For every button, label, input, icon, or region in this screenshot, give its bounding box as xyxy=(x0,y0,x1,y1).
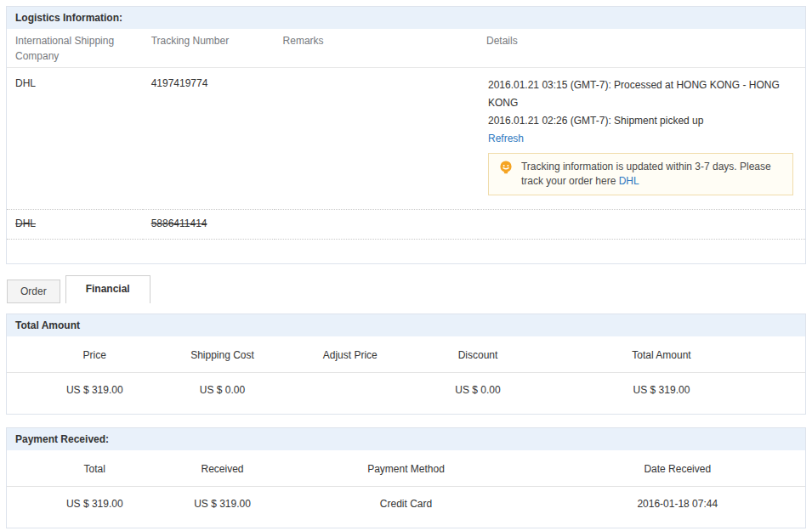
shipping-company-value-cancelled: DHL xyxy=(7,210,143,240)
total-amount-panel-title: Total Amount xyxy=(7,314,805,336)
payment-received-panel: Payment Received: Total Received Payment… xyxy=(6,427,806,528)
payment-received-table: Total Received Payment Method Date Recei… xyxy=(7,450,805,528)
refresh-link[interactable]: Refresh xyxy=(488,130,524,148)
col-header-shipping-company: International Shipping Company xyxy=(7,29,143,68)
notice-message: Tracking information is updated within 3… xyxy=(521,161,771,187)
tracking-notice-box: Tracking information is updated within 3… xyxy=(488,153,793,195)
total-amount-value-row: US $ 319.00 US $ 0.00 US $ 0.00 US $ 319… xyxy=(7,373,805,415)
col-header-total: Total xyxy=(7,450,183,487)
tracking-number-value: 4197419774 xyxy=(143,68,275,210)
logistics-panel-title: Logistics Information: xyxy=(7,7,805,29)
tracking-details-cell-empty xyxy=(478,210,805,240)
shipping-cost-value: US $ 0.00 xyxy=(183,373,263,415)
tracking-event: 2016.01.21 02:26 (GMT-7): Shipment picke… xyxy=(488,112,793,130)
logistics-panel: Logistics Information: International Shi… xyxy=(6,6,806,264)
discount-value: US $ 0.00 xyxy=(438,373,518,415)
col-header-total-amount: Total Amount xyxy=(518,336,805,373)
col-header-adjust-price: Adjust Price xyxy=(262,336,438,373)
col-header-received: Received xyxy=(183,450,263,487)
shipping-company-value: DHL xyxy=(7,68,143,210)
shipment-row-active: DHL 4197419774 2016.01.21 03:15 (GMT-7):… xyxy=(7,68,805,210)
order-detail-page: Logistics Information: International Shi… xyxy=(0,0,812,528)
notice-carrier-link[interactable]: DHL xyxy=(619,175,639,187)
price-value: US $ 319.00 xyxy=(7,373,183,415)
payment-total-value: US $ 319.00 xyxy=(7,487,183,528)
payment-method-value: Credit Card xyxy=(262,487,549,528)
tip-lightbulb-icon xyxy=(499,161,513,176)
total-amount-header-row: Price Shipping Cost Adjust Price Discoun… xyxy=(7,336,805,373)
col-header-date-received: Date Received xyxy=(550,450,806,487)
col-header-payment-method: Payment Method xyxy=(262,450,549,487)
shipment-row-cancelled: DHL 5886411414 xyxy=(7,210,805,240)
col-header-price: Price xyxy=(7,336,183,373)
remarks-value xyxy=(275,210,478,240)
tab-order[interactable]: Order xyxy=(7,280,60,303)
panel-bottom-spacer xyxy=(7,240,805,263)
col-header-remarks: Remarks xyxy=(275,29,478,68)
date-received-value: 2016-01-18 07:44 xyxy=(550,487,806,528)
logistics-header-row: International Shipping Company Tracking … xyxy=(7,29,805,68)
payment-received-panel-title: Payment Received: xyxy=(7,428,805,450)
tracking-number-value-cancelled: 5886411414 xyxy=(143,210,275,240)
col-header-shipping-cost: Shipping Cost xyxy=(183,336,263,373)
payment-received-value: US $ 319.00 xyxy=(183,487,263,528)
col-header-details: Details xyxy=(478,29,805,68)
order-tabs: Order Financial xyxy=(6,275,806,303)
total-amount-panel: Total Amount Price Shipping Cost Adjust … xyxy=(6,314,806,415)
logistics-table: International Shipping Company Tracking … xyxy=(7,29,805,240)
remarks-value xyxy=(275,68,478,210)
tracking-event: 2016.01.21 03:15 (GMT-7): Processed at H… xyxy=(488,76,793,112)
col-header-discount: Discount xyxy=(438,336,518,373)
tab-financial[interactable]: Financial xyxy=(65,275,150,303)
total-amount-table: Price Shipping Cost Adjust Price Discoun… xyxy=(7,336,805,414)
tracking-notice-text: Tracking information is updated within 3… xyxy=(521,160,784,189)
payment-header-row: Total Received Payment Method Date Recei… xyxy=(7,450,805,487)
adjust-price-value xyxy=(262,373,438,415)
col-header-tracking-number: Tracking Number xyxy=(143,29,275,68)
total-amount-value: US $ 319.00 xyxy=(518,373,805,415)
payment-value-row: US $ 319.00 US $ 319.00 Credit Card 2016… xyxy=(7,487,805,528)
tracking-details-cell: 2016.01.21 03:15 (GMT-7): Processed at H… xyxy=(478,68,805,210)
